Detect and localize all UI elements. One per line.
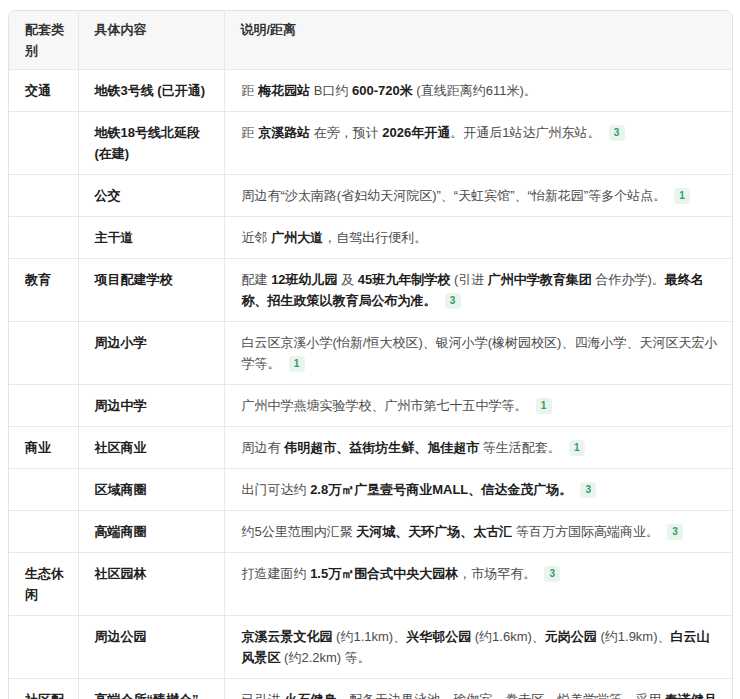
emphasis-text: 广州大道 (271, 230, 323, 245)
item-cell: 周边小学 (78, 322, 224, 385)
category-cell (9, 511, 78, 553)
citation-badge[interactable]: 3 (609, 125, 625, 141)
body-text: (约2.2km) 等。 (281, 650, 371, 665)
body-text: 出门可达约 (242, 482, 311, 497)
emphasis-text: 2.8万㎡广垦壹号商业MALL、信达金茂广场。 (310, 482, 572, 497)
item-cell: 周边中学 (78, 385, 224, 427)
body-text: (约1.9km)、 (597, 629, 671, 644)
table-header: 配套类别 具体内容 说明/距离 (9, 11, 732, 70)
body-text: (直线距离约611米)。 (413, 83, 537, 98)
body-text: 白云区京溪小学(怡新/恒大校区)、银河小学(橡树园校区)、四海小学、天河区天宏小… (242, 335, 718, 371)
table-row: 区域商圈出门可达约 2.8万㎡广垦壹号商业MALL、信达金茂广场。3 (9, 469, 732, 511)
body-text: 地铁3号线 (已开通) (95, 83, 206, 98)
desc-cell: 白云区京溪小学(怡新/恒大校区)、银河小学(橡树园校区)、四海小学、天河区天宏小… (224, 322, 732, 385)
desc-cell: 已引进 火石健身，配备无边界泳池、瑜伽室、拳击区、悦美学堂等，采用 泰诺健品牌健… (224, 679, 732, 699)
body-text: 周边有 (242, 440, 285, 455)
citation-badge[interactable]: 1 (674, 188, 690, 204)
body-text: ，市场罕有。 (458, 566, 536, 581)
emphasis-text: 45班九年制学校 (358, 272, 450, 287)
body-text: (约1.1km)、 (333, 629, 407, 644)
body-text: 主干道 (95, 230, 134, 245)
table-body: 交通地铁3号线 (已开通)距 梅花园站 B口约 600-720米 (直线距离约6… (9, 70, 732, 699)
category-cell (9, 385, 78, 427)
body-text: 公交 (95, 188, 121, 203)
emphasis-text: 伟明超市、益街坊生鲜、旭佳超市 (284, 440, 479, 455)
desc-cell: 打造建面约 1.5万㎡围合式中央大园林，市场罕有。3 (224, 553, 732, 616)
category-cell (9, 175, 78, 217)
body-text: ，自驾出行便利。 (323, 230, 427, 245)
desc-cell: 出门可达约 2.8万㎡广垦壹号商业MALL、信达金茂广场。3 (224, 469, 732, 511)
body-text: 等百万方国际高端商业。 (512, 524, 659, 539)
body-text: (约1.6km)、 (471, 629, 545, 644)
citation-badge[interactable]: 1 (289, 356, 305, 372)
emphasis-text: 600-720米 (352, 83, 413, 98)
category-cell: 生态休闲 (9, 553, 78, 616)
category-cell: 教育 (9, 259, 78, 322)
citation-badge[interactable]: 1 (536, 398, 552, 414)
body-text: 距 (242, 83, 259, 98)
body-text: (引进 (450, 272, 488, 287)
emphasis-text: 火石健身 (284, 692, 336, 699)
body-text: 已引进 (242, 692, 285, 699)
desc-cell: 配建 12班幼儿园 及 45班九年制学校 (引进 广州中学教育集团 合作办学)。… (224, 259, 732, 322)
item-cell: 主干道 (78, 217, 224, 259)
emphasis-text: 12班幼儿园 (271, 272, 337, 287)
desc-cell: 广州中学燕塘实验学校、广州市第七十五中学等。1 (224, 385, 732, 427)
table-row: 周边公园京溪云景文化园 (约1.1km)、兴华邨公园 (约1.6km)、元岗公园… (9, 616, 732, 679)
category-cell (9, 469, 78, 511)
header-category: 配套类别 (9, 11, 78, 70)
item-cell: 社区商业 (78, 427, 224, 469)
body-text: 社区园林 (95, 566, 147, 581)
body-text: 周边公园 (95, 629, 147, 644)
emphasis-text: 梅花园站 (258, 83, 310, 98)
body-text: 广州中学燕塘实验学校、广州市第七十五中学等。 (242, 398, 528, 413)
body-text: 等生活配套。 (479, 440, 561, 455)
emphasis-text: 2026年开通 (382, 125, 450, 140)
item-cell: 高端商圈 (78, 511, 224, 553)
citation-badge[interactable]: 3 (667, 524, 683, 540)
item-cell: 社区园林 (78, 553, 224, 616)
body-text: 打造建面约 (242, 566, 311, 581)
body-text: 周边中学 (95, 398, 147, 413)
desc-cell: 距 梅花园站 B口约 600-720米 (直线距离约611米)。 (224, 70, 732, 112)
amenities-table: 配套类别 具体内容 说明/距离 交通地铁3号线 (已开通)距 梅花园站 B口约 … (9, 11, 732, 699)
desc-cell: 约5公里范围内汇聚 天河城、天环广场、太古汇 等百万方国际高端商业。3 (224, 511, 732, 553)
category-cell: 社区配套 (9, 679, 78, 699)
category-cell: 商业 (9, 427, 78, 469)
emphasis-text: 京溪路站 (258, 125, 310, 140)
table-row: 高端商圈约5公里范围内汇聚 天河城、天环广场、太古汇 等百万方国际高端商业。3 (9, 511, 732, 553)
header-item: 具体内容 (78, 11, 224, 70)
body-text: 在旁，预计 (310, 125, 382, 140)
emphasis-text: 兴华邨公园 (406, 629, 471, 644)
body-text: 约5公里范围内汇聚 (242, 524, 357, 539)
desc-cell: 周边有“沙太南路(省妇幼天河院区)”、“天虹宾馆”、“怡新花园”等多个站点。1 (224, 175, 732, 217)
category-cell (9, 217, 78, 259)
emphasis-text: 广州中学教育集团 (488, 272, 592, 287)
body-text: 周边小学 (95, 335, 147, 350)
body-text: B口约 (310, 83, 352, 98)
item-cell: 公交 (78, 175, 224, 217)
desc-cell: 周边有 伟明超市、益街坊生鲜、旭佳超市 等生活配套。1 (224, 427, 732, 469)
body-text: 项目配建学校 (95, 272, 173, 287)
body-text: 高端商圈 (95, 524, 147, 539)
body-text: 地铁18号线北延段 (在建) (95, 125, 200, 161)
table-row: 地铁18号线北延段 (在建)距 京溪路站 在旁，预计 2026年开通。开通后1站… (9, 112, 732, 175)
emphasis-text: 1.5万㎡围合式中央大园林 (310, 566, 458, 581)
item-cell: 周边公园 (78, 616, 224, 679)
body-text: 及 (338, 272, 358, 287)
item-cell: 地铁3号线 (已开通) (78, 70, 224, 112)
body-text: 高端会所“臻樾会” (95, 692, 199, 699)
body-text: 。开通后1站达广州东站。 (450, 125, 600, 140)
citation-badge[interactable]: 3 (445, 293, 461, 309)
desc-cell: 近邻 广州大道，自驾出行便利。 (224, 217, 732, 259)
category-cell: 交通 (9, 70, 78, 112)
item-cell: 地铁18号线北延段 (在建) (78, 112, 224, 175)
header-row: 配套类别 具体内容 说明/距离 (9, 11, 732, 70)
citation-badge[interactable]: 3 (544, 566, 560, 582)
citation-badge[interactable]: 3 (580, 482, 596, 498)
body-text: 社区商业 (95, 440, 147, 455)
body-text: ，配备无边界泳池、瑜伽室、拳击区、悦美学堂等，采用 (336, 692, 665, 699)
emphasis-text: 元岗公园 (545, 629, 597, 644)
citation-badge[interactable]: 1 (569, 440, 585, 456)
item-cell: 高端会所“臻樾会”3 (78, 679, 224, 699)
